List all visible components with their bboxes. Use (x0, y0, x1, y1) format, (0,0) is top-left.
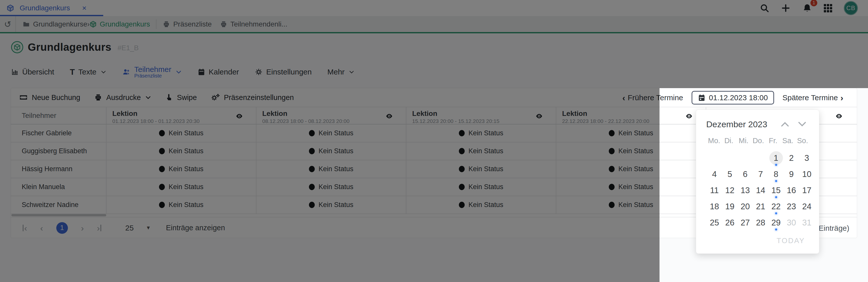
day-cell[interactable]: 6 (738, 166, 753, 182)
day-cell[interactable]: 13 (738, 182, 753, 198)
date-picker-popover: Dezember 2023 Mo.Di.Mi.Do.Fr.Sa.So. 1234… (696, 109, 819, 254)
modal-backdrop[interactable] (0, 0, 659, 282)
weekday-label: So. (795, 135, 810, 146)
modal-backdrop[interactable] (659, 0, 868, 88)
chevron-down-icon[interactable] (798, 121, 806, 127)
day-cell[interactable]: 19 (722, 198, 738, 215)
event-dot-icon (775, 196, 777, 198)
day-cell[interactable]: 11 (707, 182, 722, 198)
later-dates-button[interactable]: Spätere Termine › (782, 93, 843, 103)
day-cell[interactable]: 30 (784, 215, 799, 231)
event-dot-icon (775, 180, 777, 182)
day-cell[interactable]: 24 (799, 198, 814, 215)
empty-day-cell (707, 150, 722, 166)
day-cell[interactable]: 15 (768, 182, 784, 198)
event-dot-icon (775, 164, 777, 166)
day-cell[interactable]: 28 (753, 215, 768, 231)
day-cell[interactable]: 22 (768, 198, 784, 215)
entries-count-suffix: Einträge) (818, 224, 849, 232)
weekday-label: Sa. (780, 135, 795, 146)
day-cell[interactable]: 25 (707, 215, 722, 231)
calendar-weekday-row: Mo.Di.Mi.Do.Fr.Sa.So. (707, 135, 810, 146)
event-dot-icon (775, 228, 777, 230)
day-cell[interactable]: 21 (753, 198, 768, 215)
calendar-month-label: Dezember 2023 (706, 119, 781, 129)
day-cell[interactable]: 5 (722, 166, 738, 182)
today-button[interactable]: TODAY (777, 237, 805, 245)
day-cell[interactable]: 26 (722, 215, 738, 231)
eye-icon[interactable] (835, 113, 842, 120)
calendar-icon (698, 94, 706, 101)
day-cell[interactable]: 12 (722, 182, 738, 198)
day-cell[interactable]: 8 (768, 166, 784, 182)
day-cell[interactable]: 18 (707, 198, 722, 215)
chevron-up-icon[interactable] (781, 121, 789, 127)
day-cell[interactable]: 10 (799, 166, 814, 182)
empty-day-cell (738, 150, 753, 166)
weekday-label: Do. (751, 135, 766, 146)
empty-day-cell (753, 150, 768, 166)
weekday-label: Di. (721, 135, 736, 146)
calendar-day-grid: 1234567891011121314151617181920212223242… (707, 150, 810, 231)
weekday-label: Mo. (707, 135, 721, 146)
day-cell[interactable]: 7 (753, 166, 768, 182)
day-cell[interactable]: 4 (707, 166, 722, 182)
day-cell[interactable]: 9 (784, 166, 799, 182)
day-cell[interactable]: 1 (768, 150, 784, 166)
selected-date: 01.12.2023 18:00 (709, 93, 768, 102)
day-cell[interactable]: 20 (738, 198, 753, 215)
empty-day-cell (722, 150, 738, 166)
weekday-label: Mi. (736, 135, 751, 146)
day-cell[interactable]: 29 (768, 215, 784, 231)
event-dot-icon (775, 212, 777, 214)
weekday-label: Fr. (766, 135, 780, 146)
chevron-right-icon: › (840, 93, 843, 103)
eye-icon[interactable] (685, 113, 692, 120)
day-cell[interactable]: 2 (784, 150, 799, 166)
date-picker-button[interactable]: 01.12.2023 18:00 (691, 91, 774, 104)
day-cell[interactable]: 27 (738, 215, 753, 231)
day-cell[interactable]: 16 (784, 182, 799, 198)
day-cell[interactable]: 23 (784, 198, 799, 215)
day-cell[interactable]: 14 (753, 182, 768, 198)
day-cell[interactable]: 17 (799, 182, 814, 198)
button-label: Spätere Termine (782, 93, 838, 102)
day-cell[interactable]: 31 (799, 215, 814, 231)
day-cell[interactable]: 3 (799, 150, 814, 166)
